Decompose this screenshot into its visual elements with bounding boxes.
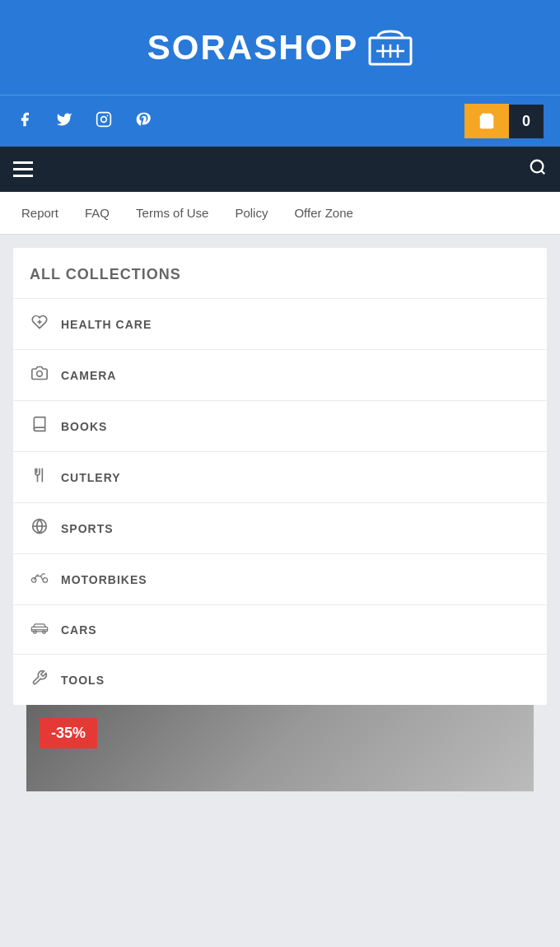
tools-icon [30,669,49,690]
svg-line-10 [541,170,544,174]
svg-point-19 [43,578,48,583]
subnav-policy[interactable]: Policy [222,192,281,234]
instagram-icon[interactable] [96,111,112,132]
collection-item-sports[interactable]: SPORTS [13,502,547,553]
collection-item-camera[interactable]: CAMERA [13,349,547,400]
cutlery-icon [30,467,49,487]
header: SORASHOP [0,0,560,95]
logo-text: SORASHOP [147,28,358,68]
cars-label: CARS [61,623,97,637]
svg-point-13 [37,371,43,377]
tools-label: TOOLS [61,674,105,687]
motorbikes-label: MOTORBIKES [61,573,147,586]
collection-item-tools[interactable]: TOOLS [13,654,547,705]
subnav-terms[interactable]: Terms of Use [123,192,222,234]
books-icon [30,416,49,436]
collection-item-cutlery[interactable]: CUTLERY [13,451,547,502]
collection-item-cars[interactable]: CARS [13,604,547,654]
camera-icon [30,365,49,385]
collections-container: ALL COLLECTIONS HEALTH CARE CAMERA BOOKS [0,235,560,818]
search-icon[interactable] [529,158,547,181]
collection-item-health-care[interactable]: HEALTH CARE [13,298,547,349]
pinterest-icon[interactable] [135,111,152,132]
svg-point-9 [531,160,544,172]
sports-label: SPORTS [61,522,114,535]
collection-item-books[interactable]: BOOKS [13,400,547,451]
promo-banner-bg [26,705,534,791]
sub-nav: Report FAQ Terms of Use Policy Offer Zon… [0,192,560,235]
subnav-faq[interactable]: FAQ [72,192,123,234]
social-bar: 0 [0,95,560,147]
sports-icon [30,518,49,539]
svg-point-22 [43,631,45,633]
collections-box: ALL COLLECTIONS HEALTH CARE CAMERA BOOKS [13,248,547,705]
cars-icon [30,620,49,639]
svg-rect-5 [97,112,111,126]
collections-title: ALL COLLECTIONS [13,248,547,298]
nav-bar [0,147,560,192]
health-care-label: HEALTH CARE [61,318,152,331]
subnav-report[interactable]: Report [8,192,72,234]
hamburger-menu[interactable] [13,161,33,177]
cart-icon [368,28,413,68]
promo-banner[interactable]: -35% [26,705,534,791]
cart-button[interactable] [464,104,509,138]
svg-point-21 [34,631,36,633]
svg-point-7 [107,114,109,116]
social-icons [16,111,152,132]
discount-badge: -35% [40,718,97,749]
twitter-icon[interactable] [56,111,72,132]
subnav-offer-zone[interactable]: Offer Zone [281,192,366,234]
facebook-icon[interactable] [16,111,33,132]
books-label: BOOKS [61,420,107,433]
camera-label: CAMERA [61,369,116,382]
collection-item-motorbikes[interactable]: MOTORBIKES [13,553,547,604]
motorbikes-icon [30,569,49,590]
cutlery-label: CUTLERY [61,471,121,484]
cart-count: 0 [509,105,544,138]
svg-point-6 [101,116,107,122]
health-care-icon [30,314,49,334]
